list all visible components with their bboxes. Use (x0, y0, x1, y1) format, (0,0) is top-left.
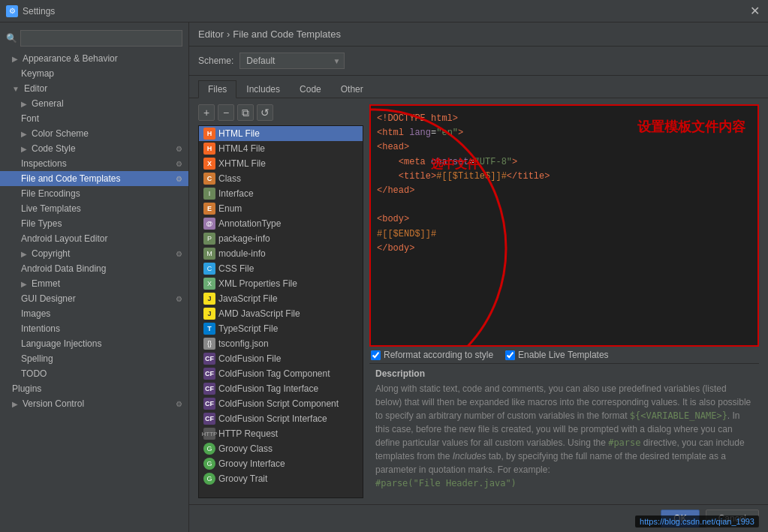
file-item-package[interactable]: P package-info (199, 231, 363, 246)
file-item-label: Groovy Trait (218, 473, 267, 484)
description-panel: Description Along with static text, code… (369, 363, 759, 498)
sidebar-item-copyright[interactable]: ▶ Copyright ⚙ (0, 246, 188, 261)
file-item-label: AMD JavaScript File (218, 308, 300, 319)
file-item-label: CSS File (218, 263, 254, 274)
file-item-groovytrait[interactable]: G Groovy Trait (199, 471, 363, 486)
copy-template-button[interactable]: ⧉ (237, 104, 254, 121)
file-item-html[interactable]: H HTML File (199, 126, 363, 141)
sidebar-item-emmet[interactable]: ▶ Emmet (0, 276, 188, 291)
file-item-cftag[interactable]: CF ColdFusion Tag Component (199, 366, 363, 381)
sidebar-item-plugins[interactable]: Plugins (0, 381, 188, 396)
file-item-xhtml[interactable]: X XHTML File (199, 156, 363, 171)
file-item-annotation[interactable]: @ AnnotationType (199, 216, 363, 231)
sidebar-item-label: File Encodings (21, 188, 80, 199)
file-item-label: ColdFusion Tag Component (218, 368, 330, 379)
file-item-http[interactable]: HTTP HTTP Request (199, 426, 363, 441)
live-templates-checkbox[interactable] (505, 350, 515, 360)
sidebar-item-inspections[interactable]: Inspections ⚙ (0, 156, 188, 171)
tab-includes[interactable]: Includes (236, 80, 290, 98)
file-item-html4[interactable]: H HTML4 File (199, 141, 363, 156)
scheme-select[interactable]: Default Project (239, 53, 345, 69)
file-item-label: Interface (218, 188, 254, 199)
js-file-icon: J (203, 293, 215, 305)
sidebar-item-images[interactable]: Images (0, 306, 188, 321)
file-item-label: Class (218, 173, 241, 184)
file-item-label: JavaScript File (218, 293, 278, 304)
code-editor[interactable]: 设置模板文件内容 <!DOCTYPE html> <html lang="en"… (369, 104, 759, 347)
sidebar-item-label: File and Code Templates (21, 173, 121, 184)
groovytrait-file-icon: G (203, 473, 215, 485)
breadcrumb-separator: › (227, 29, 230, 40)
sidebar-item-label: Copyright (32, 248, 70, 259)
sidebar-item-spelling[interactable]: Spelling (0, 351, 188, 366)
file-item-groovyclass[interactable]: G Groovy Class (199, 441, 363, 456)
reformat-checkbox-label[interactable]: Reformat according to style (371, 350, 493, 360)
sidebar-item-codestyle[interactable]: ▶ Code Style ⚙ (0, 141, 188, 156)
file-item-xml[interactable]: X XML Properties File (199, 276, 363, 291)
settings-icon: ⚙ (176, 160, 182, 168)
expand-arrow: ▶ (21, 130, 27, 138)
file-item-label: Groovy Interface (218, 458, 285, 469)
close-button[interactable]: ✕ (747, 4, 762, 18)
live-templates-label: Enable Live Templates (518, 350, 609, 360)
sidebar-item-androidlayout[interactable]: Android Layout Editor (0, 231, 188, 246)
file-item-label: TypeScript File (218, 323, 278, 334)
file-item-cfscriptint[interactable]: CF ColdFusion Script Interface (199, 411, 363, 426)
file-item-cftagint[interactable]: CF ColdFusion Tag Interface (199, 381, 363, 396)
annotation-file-icon: @ (203, 218, 215, 230)
file-item-cf[interactable]: CF ColdFusion File (199, 351, 363, 366)
sidebar-item-androiddatabinding[interactable]: Android Data Binding (0, 261, 188, 276)
tab-code[interactable]: Code (290, 80, 331, 98)
sidebar-item-versioncontrol[interactable]: ▶ Version Control ⚙ (0, 396, 188, 411)
sidebar-item-font[interactable]: Font (0, 111, 188, 126)
reset-template-button[interactable]: ↺ (257, 104, 273, 121)
annotation-circle-label: 选中文件 (431, 157, 479, 173)
app-icon: ⚙ (6, 5, 18, 17)
html-file-icon: H (203, 128, 215, 140)
sidebar-item-label: Editor (24, 83, 47, 94)
live-templates-checkbox-label[interactable]: Enable Live Templates (505, 350, 609, 360)
file-item-groovyint[interactable]: G Groovy Interface (199, 456, 363, 471)
breadcrumb: Editor › File and Code Templates (189, 23, 768, 47)
file-item-ts[interactable]: T TypeScript File (199, 321, 363, 336)
window-title: Settings (23, 6, 55, 17)
sidebar-item-fileencodings[interactable]: File Encodings (0, 186, 188, 201)
sidebar-item-livetemplates[interactable]: Live Templates (0, 201, 188, 216)
expand-arrow: ▶ (21, 145, 27, 153)
file-item-js[interactable]: J JavaScript File (199, 291, 363, 306)
search-input[interactable] (20, 30, 182, 47)
sidebar-item-guidesigner[interactable]: GUI Designer ⚙ (0, 291, 188, 306)
file-item-module[interactable]: M module-info (199, 246, 363, 261)
sidebar-item-general[interactable]: ▶ General (0, 96, 188, 111)
file-item-amdjs[interactable]: J AMD JavaScript File (199, 306, 363, 321)
sidebar-item-label: Images (21, 308, 50, 319)
file-item-css[interactable]: C CSS File (199, 261, 363, 276)
reformat-checkbox[interactable] (371, 350, 381, 360)
sidebar-item-appearance[interactable]: ▶ Appearance & Behavior (0, 51, 188, 66)
sidebar-item-label: Spelling (21, 353, 53, 364)
file-item-cfscript[interactable]: CF ColdFusion Script Component (199, 396, 363, 411)
title-bar-left: ⚙ Settings (6, 5, 55, 17)
sidebar-item-colorscheme[interactable]: ▶ Color Scheme (0, 126, 188, 141)
options-row: Reformat according to style Enable Live … (369, 347, 759, 363)
sidebar-item-intentions[interactable]: Intentions (0, 321, 188, 336)
file-item-interface[interactable]: I Interface (199, 186, 363, 201)
editor-panel: 设置模板文件内容 <!DOCTYPE html> <html lang="en"… (369, 104, 759, 498)
file-item-class[interactable]: C Class (199, 171, 363, 186)
file-item-enum[interactable]: E Enum (199, 201, 363, 216)
sidebar-item-filecodetemplates[interactable]: File and Code Templates ⚙ (0, 171, 188, 186)
sidebar-item-todo[interactable]: TODO (0, 366, 188, 381)
sidebar-item-filetypes[interactable]: File Types (0, 216, 188, 231)
sidebar-item-label: Appearance & Behavior (23, 53, 118, 64)
sidebar-item-keymap[interactable]: Keymap (0, 66, 188, 81)
desc-code-variable: ${<VARIABLE_NAME>} (630, 410, 727, 421)
sidebar-item-languageinjections[interactable]: Language Injections (0, 336, 188, 351)
remove-template-button[interactable]: − (218, 104, 234, 121)
add-template-button[interactable]: + (198, 104, 215, 121)
file-item-tsconfig[interactable]: {} tsconfig.json (199, 336, 363, 351)
sidebar-item-editor[interactable]: ▼ Editor (0, 81, 188, 96)
expand-arrow: ▼ (12, 85, 20, 93)
tab-other[interactable]: Other (331, 80, 373, 98)
tab-files[interactable]: Files (198, 80, 236, 98)
sidebar-item-label: Inspections (21, 158, 67, 169)
